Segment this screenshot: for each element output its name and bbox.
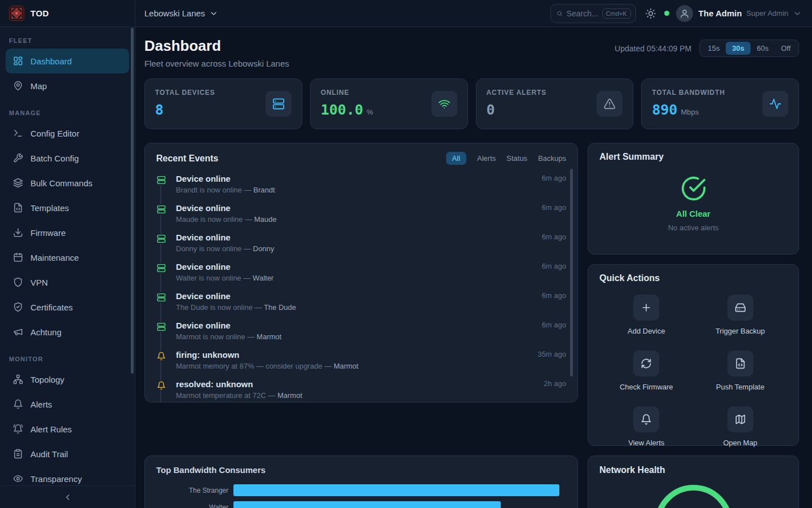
event-row[interactable]: Device online The Dude is now online — T… <box>156 287 566 316</box>
sidebar-item-templates[interactable]: Templates <box>6 195 129 220</box>
sidebar-item-vpn[interactable]: VPN <box>6 270 129 295</box>
refresh-off-button[interactable]: Off <box>775 42 797 55</box>
file-code-icon <box>735 358 746 369</box>
sidebar-collapse-button[interactable] <box>0 485 135 508</box>
user-menu-chevron-icon[interactable] <box>793 9 802 18</box>
bell-icon <box>156 380 166 391</box>
user-icon <box>679 8 690 19</box>
event-title: resolved: unknown <box>176 379 537 389</box>
event-device: Maude <box>254 215 277 224</box>
event-time: 6m ago <box>542 233 566 241</box>
event-detail: Marmot is now online <box>176 332 245 341</box>
stat-value: 100.0 <box>321 102 363 118</box>
sidebar-item-label: Maintenance <box>30 253 79 262</box>
event-detail: Marmot temperature at 72C <box>176 391 266 400</box>
event-time: 35m ago <box>537 350 566 358</box>
event-row[interactable]: Device online Marmot is now online — Mar… <box>156 316 566 345</box>
sidebar-item-firmware[interactable]: Firmware <box>6 220 129 245</box>
server-icon <box>156 292 166 303</box>
tab-all[interactable]: All <box>446 152 466 165</box>
tab-backups[interactable]: Backups <box>538 154 566 163</box>
bell-icon <box>641 414 652 425</box>
sidebar-item-config-editor[interactable]: Config Editor <box>6 121 129 146</box>
sidebar-item-map[interactable]: Map <box>6 73 129 98</box>
updated-timestamp: Updated 05:44:09 PM <box>615 44 691 53</box>
refresh-30s-button[interactable]: 30s <box>726 42 751 55</box>
event-device: Marmot <box>334 362 359 370</box>
bell-icon <box>156 351 166 361</box>
event-row[interactable]: firing: unknown Marmot memory at 87% — c… <box>156 345 566 375</box>
sidebar-item-label: Alert Rules <box>30 424 72 434</box>
sidebar-item-alert-rules[interactable]: Alert Rules <box>6 417 129 441</box>
event-title: Device online <box>176 174 535 183</box>
event-row[interactable]: resolved: unknown Marmot temperature at … <box>156 375 566 402</box>
sidebar-item-bulk-commands[interactable]: Bulk Commands <box>6 170 129 195</box>
main-content: Dashboard Fleet overview across Lebowski… <box>135 27 812 508</box>
sidebar-scrollbar[interactable] <box>131 28 134 374</box>
event-title: Device online <box>176 321 535 330</box>
avatar[interactable] <box>676 5 693 22</box>
sidebar-item-alerts[interactable]: Alerts <box>6 392 129 417</box>
events-list: Device online Brandt is now online — Bra… <box>156 169 566 402</box>
quick-actions-panel: Quick Actions Add Device Trigger Backup <box>588 264 799 446</box>
bandwidth-panel: Top Bandwidth Consumers The Stranger Wal… <box>144 456 578 508</box>
event-separator: — <box>243 274 250 282</box>
sidebar-item-batch-config[interactable]: Batch Config <box>6 146 129 170</box>
sun-icon[interactable] <box>645 8 656 19</box>
event-separator: — <box>247 332 254 341</box>
tab-status[interactable]: Status <box>506 154 527 163</box>
alert-summary-detail: No active alerts <box>668 224 719 232</box>
trigger-backup-button[interactable]: Trigger Backup <box>694 295 788 335</box>
events-scrollbar[interactable] <box>570 169 573 376</box>
refresh-60s-button[interactable]: 60s <box>751 42 775 55</box>
open-map-button[interactable]: Open Map <box>694 406 788 447</box>
event-separator: — <box>244 186 251 194</box>
sidebar-item-label: Batch Config <box>30 154 79 163</box>
sidebar-item-label: Map <box>30 81 47 91</box>
page-subtitle: Fleet overview across Lebowski Lanes <box>144 59 289 68</box>
nav-section-manage: MANAGE Config Editor Batch Config Bulk C… <box>0 110 135 344</box>
event-row[interactable]: Device online Brandt is now online — Bra… <box>156 169 566 199</box>
layout-dashboard-icon <box>13 56 23 66</box>
sidebar-item-label: Topology <box>30 375 64 384</box>
sidebar-item-achtung[interactable]: Achtung <box>6 319 129 344</box>
search-input[interactable]: Search... Cmd+K <box>550 4 636 23</box>
sidebar-item-label: Config Editor <box>30 129 80 138</box>
refresh-15s-button[interactable]: 15s <box>701 42 726 55</box>
event-row[interactable]: Device online Walter is now online — Wal… <box>156 257 566 287</box>
check-firmware-button[interactable]: Check Firmware <box>599 351 694 391</box>
stat-value: 890 <box>652 102 677 118</box>
fleet-selector[interactable]: Lebowski Lanes <box>144 8 218 18</box>
chevron-left-icon <box>63 493 72 502</box>
event-time: 6m ago <box>542 291 566 300</box>
push-template-button[interactable]: Push Template <box>694 351 788 391</box>
event-row[interactable]: Device online Donny is now online — Donn… <box>156 228 566 257</box>
stat-value: 0 <box>487 102 495 118</box>
sidebar-item-certificates[interactable]: Certificates <box>6 295 129 319</box>
bandwidth-device-label: Walter <box>156 503 228 508</box>
event-separator: — <box>244 244 251 253</box>
sidebar-item-audit-trail[interactable]: Audit Trail <box>6 441 129 466</box>
event-detail: Marmot memory at 87% — consider upgrade <box>176 362 322 370</box>
sidebar-item-topology[interactable]: Topology <box>6 367 129 392</box>
stat-card-total-devices: TOTAL DEVICES 8 <box>144 78 302 129</box>
sidebar-item-label: Bulk Commands <box>30 178 92 188</box>
event-row[interactable]: Device online Maude is now online — Maud… <box>156 199 566 228</box>
tab-alerts[interactable]: Alerts <box>477 154 496 163</box>
event-device: Brandt <box>253 186 275 194</box>
sidebar: FLEET Dashboard Map MANAGE Config Editor <box>0 27 135 508</box>
add-device-button[interactable]: Add Device <box>599 295 694 335</box>
status-dot <box>664 11 669 16</box>
sidebar-item-label: Dashboard <box>30 56 72 66</box>
bell-icon <box>13 399 23 409</box>
search-icon <box>557 9 563 18</box>
view-alerts-button[interactable]: View Alerts <box>599 406 694 447</box>
event-separator: — <box>324 362 332 370</box>
event-detail: The Dude is now online <box>176 303 253 312</box>
map-pin-icon <box>13 81 23 91</box>
wrench-icon <box>13 153 23 163</box>
download-icon <box>13 227 23 238</box>
sidebar-item-maintenance[interactable]: Maintenance <box>6 245 129 270</box>
clipboard-icon <box>13 449 23 459</box>
sidebar-item-dashboard[interactable]: Dashboard <box>6 49 129 73</box>
